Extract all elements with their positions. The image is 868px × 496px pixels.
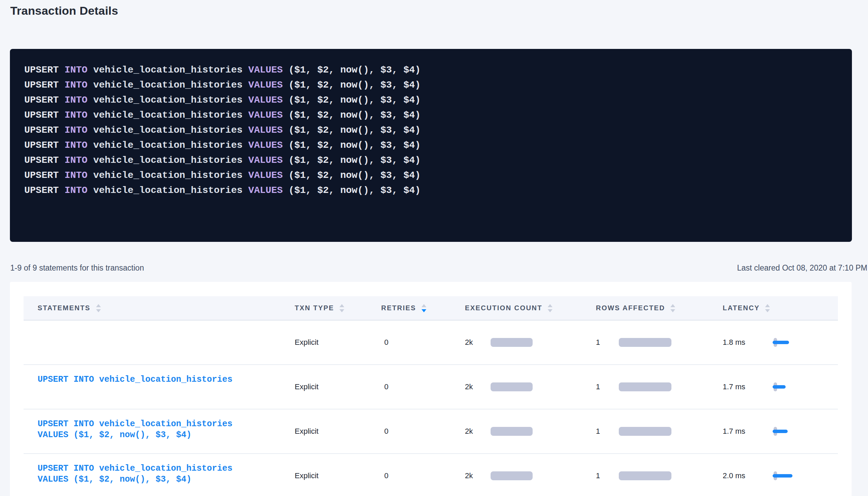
latency-cell: 2.0 ms bbox=[723, 454, 838, 496]
latency-chart bbox=[773, 382, 797, 391]
column-header[interactable]: LATENCY bbox=[723, 304, 838, 312]
sql-keyword-into: INTO bbox=[65, 170, 93, 181]
last-cleared-text: Last cleared Oct 08, 2020 at 7:10 PM bbox=[737, 263, 867, 273]
latency-bar bbox=[773, 474, 792, 478]
sql-keyword-upsert: UPSERT bbox=[24, 95, 65, 105]
statements-card: STATEMENTS TXN TYPE RETRIES EXECUTION CO… bbox=[10, 282, 852, 496]
latency-chart bbox=[773, 338, 797, 347]
rows-affected-cell: 1 bbox=[596, 321, 723, 364]
sql-params: ($1, $2, now(), $3, $4) bbox=[289, 125, 420, 135]
rows-affected-cell: 1 bbox=[596, 409, 723, 453]
rows-affected-bar bbox=[619, 427, 671, 436]
sort-arrows-icon bbox=[765, 304, 770, 312]
sql-table-name: vehicle_location_histories bbox=[93, 80, 249, 90]
sort-arrows-icon bbox=[548, 304, 552, 312]
column-header[interactable]: EXECUTION COUNT bbox=[465, 304, 596, 312]
table-row: UPSERT INTO vehicle_location_histories V… bbox=[24, 365, 838, 409]
statement-cell: UPSERT INTO vehicle_location_histories V… bbox=[24, 365, 295, 409]
sort-down-icon bbox=[548, 309, 552, 312]
column-header[interactable]: STATEMENTS bbox=[24, 304, 295, 312]
sql-keyword-into: INTO bbox=[65, 125, 93, 135]
sql-keyword-upsert: UPSERT bbox=[24, 65, 65, 75]
sql-code-line: UPSERT INTO vehicle_location_histories V… bbox=[24, 153, 852, 168]
rows-affected-value: 1 bbox=[596, 427, 616, 436]
sql-keyword-into: INTO bbox=[65, 65, 93, 75]
statement-cell: UPSERT INTO vehicle_location_histories V… bbox=[24, 454, 295, 496]
rows-affected-bar bbox=[619, 471, 671, 480]
sql-table-name: vehicle_location_histories bbox=[93, 140, 249, 151]
sql-table-name: vehicle_location_histories bbox=[93, 170, 249, 181]
retries-value: 0 bbox=[384, 382, 388, 391]
sql-keyword-values: VALUES bbox=[248, 80, 289, 90]
column-header[interactable]: TXN TYPE bbox=[295, 304, 381, 312]
sql-code-line: UPSERT INTO vehicle_location_histories V… bbox=[24, 138, 852, 153]
statement-cell: UPSERT INTO vehicle_location_histories V… bbox=[24, 409, 295, 453]
sql-params: ($1, $2, now(), $3, $4) bbox=[289, 140, 420, 151]
statements-table-body: UPSERT INTO vehicle_location_histories V… bbox=[24, 321, 838, 496]
sql-params: ($1, $2, now(), $3, $4) bbox=[289, 110, 420, 120]
statement-link[interactable]: UPSERT INTO vehicle_location_histories V… bbox=[38, 467, 232, 496]
txn-type-value: Explicit bbox=[295, 338, 319, 347]
txn-type-cell: Explicit bbox=[295, 321, 381, 364]
statement-cell: UPSERT INTO vehicle_location_histories V… bbox=[24, 321, 295, 364]
retries-cell: 0 bbox=[381, 321, 465, 364]
sql-table-name: vehicle_location_histories bbox=[93, 155, 249, 166]
statements-table: STATEMENTS TXN TYPE RETRIES EXECUTION CO… bbox=[24, 296, 838, 496]
sql-keyword-values: VALUES bbox=[248, 65, 289, 75]
sql-keyword-into: INTO bbox=[65, 110, 93, 120]
table-row: UPSERT INTO vehicle_location_histories V… bbox=[24, 454, 838, 496]
execution-count-cell: 2k bbox=[465, 409, 596, 453]
txn-type-value: Explicit bbox=[295, 382, 319, 391]
latency-value: 1.7 ms bbox=[723, 382, 745, 391]
sql-keyword-values: VALUES bbox=[248, 140, 289, 151]
sort-up-icon bbox=[339, 304, 344, 307]
retries-value: 0 bbox=[384, 471, 388, 480]
sql-code-line: UPSERT INTO vehicle_location_histories V… bbox=[24, 168, 852, 183]
sort-arrows-icon bbox=[422, 304, 426, 312]
sql-code-line: UPSERT INTO vehicle_location_histories V… bbox=[24, 183, 852, 198]
sql-keyword-into: INTO bbox=[65, 80, 93, 90]
sql-keyword-upsert: UPSERT bbox=[24, 170, 65, 181]
sql-keyword-into: INTO bbox=[65, 140, 93, 151]
latency-bar bbox=[773, 385, 786, 389]
sql-code-line: UPSERT INTO vehicle_location_histories V… bbox=[24, 123, 852, 138]
sql-keyword-values: VALUES bbox=[248, 95, 289, 105]
retries-value: 0 bbox=[384, 338, 388, 347]
latency-chart bbox=[773, 427, 797, 436]
retries-cell: 0 bbox=[381, 454, 465, 496]
rows-affected-value: 1 bbox=[596, 471, 616, 480]
sort-up-icon bbox=[96, 304, 101, 307]
sql-table-name: vehicle_location_histories bbox=[93, 125, 249, 135]
txn-type-value: Explicit bbox=[295, 471, 319, 480]
sql-params: ($1, $2, now(), $3, $4) bbox=[289, 155, 420, 166]
latency-bar bbox=[773, 430, 788, 433]
sql-keyword-upsert: UPSERT bbox=[24, 155, 65, 166]
execution-count-value: 2k bbox=[465, 382, 485, 391]
sql-keyword-upsert: UPSERT bbox=[24, 185, 65, 196]
sql-table-name: vehicle_location_histories bbox=[93, 185, 249, 196]
latency-value: 1.7 ms bbox=[723, 427, 745, 436]
column-header-label: TXN TYPE bbox=[295, 304, 334, 312]
sql-keyword-upsert: UPSERT bbox=[24, 110, 65, 120]
sort-arrows-icon bbox=[96, 304, 101, 312]
retries-cell: 0 bbox=[381, 365, 465, 409]
sql-keyword-upsert: UPSERT bbox=[24, 125, 65, 135]
txn-type-cell: Explicit bbox=[295, 365, 381, 409]
execution-count-value: 2k bbox=[465, 338, 485, 347]
column-header-label: EXECUTION COUNT bbox=[465, 304, 542, 312]
txn-type-value: Explicit bbox=[295, 427, 319, 436]
sql-table-name: vehicle_location_histories bbox=[93, 65, 249, 75]
column-header-label: STATEMENTS bbox=[38, 304, 91, 312]
column-header[interactable]: ROWS AFFECTED bbox=[596, 304, 723, 312]
sql-params: ($1, $2, now(), $3, $4) bbox=[289, 65, 420, 75]
column-header-label: LATENCY bbox=[723, 304, 760, 312]
rows-affected-bar bbox=[619, 338, 671, 347]
table-row: UPSERT INTO vehicle_location_histories V… bbox=[24, 409, 838, 454]
column-header[interactable]: RETRIES bbox=[381, 304, 465, 312]
sql-keyword-into: INTO bbox=[65, 155, 93, 166]
sql-table-name: vehicle_location_histories bbox=[93, 110, 249, 120]
sort-down-icon bbox=[765, 309, 770, 312]
latency-chart bbox=[773, 471, 797, 480]
latency-cell: 1.7 ms bbox=[723, 409, 838, 453]
latency-cell: 1.7 ms bbox=[723, 365, 838, 409]
